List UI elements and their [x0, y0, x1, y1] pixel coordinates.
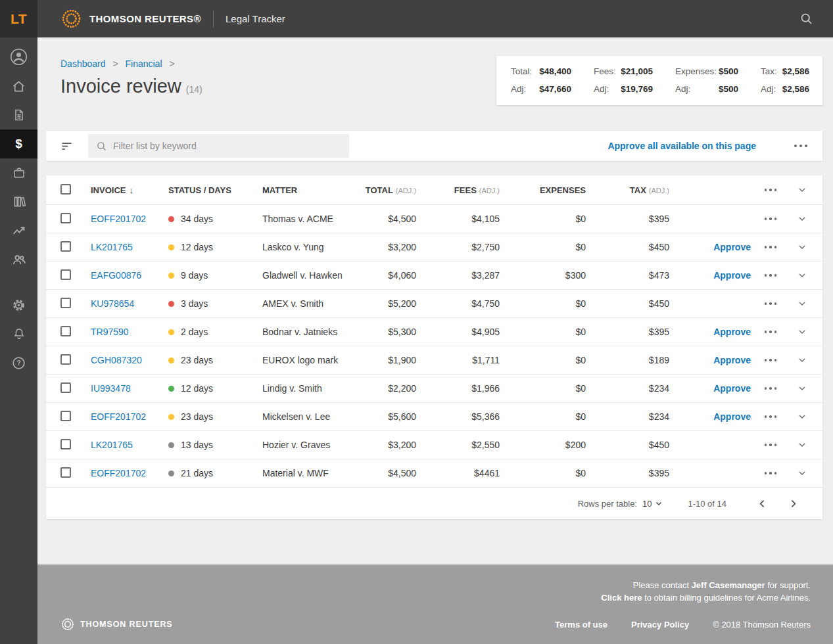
row-expand-icon[interactable] — [797, 440, 807, 450]
approve-button[interactable]: Approve — [713, 411, 751, 422]
invoice-link[interactable]: EAFG00876 — [91, 270, 141, 281]
total-value: $5,200 — [348, 298, 416, 309]
row-menu-icon[interactable] — [765, 274, 777, 277]
invoice-link[interactable]: EOFF201702 — [91, 411, 146, 422]
rows-per-page-select[interactable]: 10 — [642, 499, 663, 509]
status-days: 2 days — [181, 327, 208, 337]
sidebar-item-settings[interactable] — [0, 290, 37, 319]
row-checkbox[interactable] — [60, 382, 71, 393]
sidebar-item-notifications[interactable] — [0, 319, 37, 348]
column-header-status[interactable]: STATUS / DAYS — [168, 185, 262, 195]
sidebar-item-library[interactable] — [0, 187, 37, 216]
invoice-link[interactable]: CGH087320 — [91, 355, 142, 365]
footer-brand: THOMSON REUTERS — [61, 618, 173, 631]
invoice-link[interactable]: KU978654 — [91, 298, 134, 309]
sidebar-item-contacts[interactable] — [0, 245, 37, 274]
header-expand-icon[interactable] — [797, 185, 807, 195]
row-checkbox[interactable] — [60, 411, 71, 421]
billing-guidelines-link[interactable]: Click here — [601, 593, 642, 603]
invoice-link[interactable]: EOFF201702 — [91, 468, 146, 478]
row-expand-icon[interactable] — [797, 298, 807, 309]
approve-button[interactable]: Approve — [713, 383, 751, 394]
sidebar-item-home[interactable] — [0, 72, 37, 101]
approve-all-button[interactable]: Approve all available on this page — [607, 141, 756, 151]
row-expand-icon[interactable] — [797, 355, 807, 365]
global-search-button[interactable] — [799, 12, 813, 26]
sidebar-item-profile[interactable] — [0, 41, 37, 72]
total-value: $2,200 — [348, 383, 416, 394]
total-value: $4,060 — [348, 270, 416, 281]
sidebar-item-reports[interactable] — [0, 216, 37, 245]
invoice-link[interactable]: LK201765 — [91, 440, 133, 450]
sidebar-item-matters[interactable] — [0, 158, 37, 187]
invoice-link[interactable]: LK201765 — [91, 242, 133, 252]
table-row: LK201765 12 days Laskco v. Yung $3,200 $… — [46, 233, 822, 262]
dollar-icon: $ — [15, 137, 22, 151]
approve-button[interactable]: Approve — [713, 327, 751, 337]
approve-button[interactable]: Approve — [713, 242, 751, 252]
row-menu-icon[interactable] — [765, 218, 777, 220]
prev-page-button[interactable] — [757, 498, 768, 509]
column-header-tax[interactable]: TAX(ADJ.) — [586, 185, 669, 195]
app-logo[interactable]: LT — [0, 0, 37, 37]
fees-value: $4,905 — [416, 327, 500, 337]
row-menu-icon[interactable] — [765, 246, 777, 248]
row-checkbox[interactable] — [60, 326, 71, 336]
filter-input[interactable] — [113, 141, 341, 151]
summary-tax: Tax:$2,586 Adj:$2,586 — [761, 64, 809, 97]
approve-button[interactable]: Approve — [713, 270, 751, 281]
row-expand-icon[interactable] — [797, 242, 807, 252]
document-icon — [12, 108, 26, 122]
terms-of-use-link[interactable]: Terms of use — [555, 620, 607, 630]
profile-icon — [10, 48, 28, 66]
column-header-expenses[interactable]: EXPENSES — [500, 185, 586, 195]
column-header-fees[interactable]: FEES(ADJ.) — [416, 185, 500, 195]
status-days: 12 days — [181, 242, 213, 252]
row-menu-icon[interactable] — [765, 302, 777, 305]
row-checkbox[interactable] — [60, 241, 71, 252]
invoice-table: INVOICE↓ STATUS / DAYS MATTER TOTAL(ADJ.… — [46, 175, 822, 519]
invoice-link[interactable]: EOFF201702 — [91, 214, 146, 224]
invoice-link[interactable]: TR97590 — [91, 327, 129, 337]
filter-button[interactable] — [60, 139, 74, 153]
row-checkbox[interactable] — [60, 213, 71, 223]
row-expand-icon[interactable] — [797, 468, 807, 478]
next-page-button[interactable] — [788, 498, 799, 509]
row-menu-icon[interactable] — [765, 387, 777, 390]
row-checkbox[interactable] — [60, 467, 71, 478]
breadcrumb-financial[interactable]: Financial — [125, 58, 162, 69]
column-header-matter[interactable]: MATTER — [262, 185, 348, 195]
matter-name: Gladwell v. Hawken — [262, 270, 348, 281]
breadcrumb-dashboard[interactable]: Dashboard — [60, 58, 106, 69]
invoice-link[interactable]: IU993478 — [91, 383, 131, 394]
row-menu-icon[interactable] — [765, 472, 777, 474]
sidebar-item-documents[interactable] — [0, 101, 37, 129]
sidebar-item-financial[interactable]: $ — [0, 129, 37, 158]
header-menu-icon[interactable] — [765, 189, 777, 191]
row-menu-icon[interactable] — [765, 331, 777, 333]
row-checkbox[interactable] — [60, 439, 71, 449]
column-header-total[interactable]: TOTAL(ADJ.) — [348, 185, 416, 195]
select-all-checkbox[interactable] — [60, 184, 71, 195]
row-expand-icon[interactable] — [797, 327, 807, 337]
row-checkbox[interactable] — [60, 298, 71, 308]
approve-button[interactable]: Approve — [713, 355, 751, 365]
row-expand-icon[interactable] — [797, 270, 807, 281]
filter-search-box[interactable] — [88, 134, 349, 158]
row-menu-icon[interactable] — [765, 359, 777, 361]
status-dot — [168, 471, 174, 476]
row-checkbox[interactable] — [60, 354, 71, 365]
matter-name: Laskco v. Yung — [262, 242, 348, 252]
row-checkbox[interactable] — [60, 269, 71, 280]
row-menu-icon[interactable] — [765, 444, 777, 446]
row-menu-icon[interactable] — [765, 415, 777, 418]
status-dot — [168, 442, 174, 448]
column-header-invoice[interactable]: INVOICE↓ — [91, 185, 168, 195]
status-days: 23 days — [181, 411, 213, 422]
row-expand-icon[interactable] — [797, 411, 807, 422]
row-expand-icon[interactable] — [797, 383, 807, 394]
privacy-policy-link[interactable]: Privacy Policy — [631, 620, 689, 630]
toolbar-menu-icon[interactable] — [794, 145, 807, 147]
sidebar-item-help[interactable]: ? — [0, 348, 37, 377]
row-expand-icon[interactable] — [797, 214, 807, 224]
